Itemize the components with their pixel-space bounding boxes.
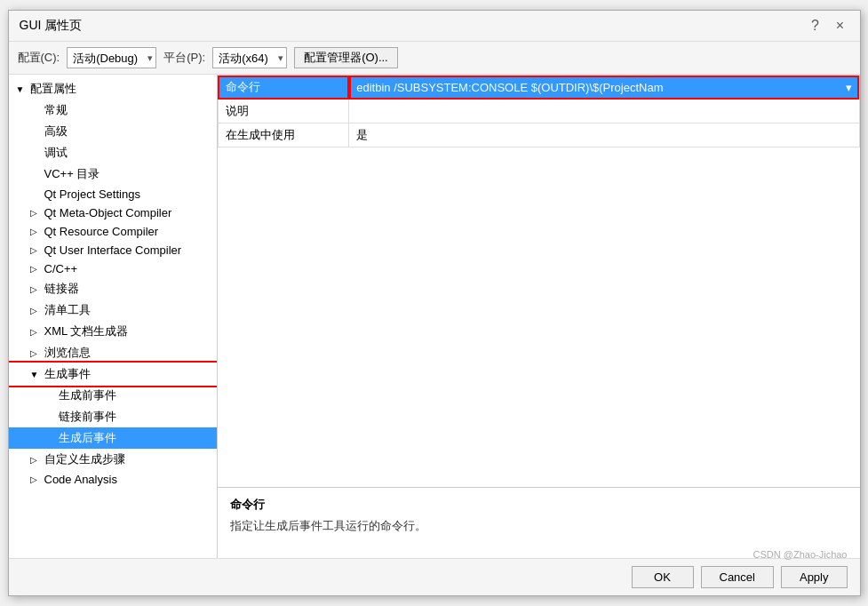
help-button[interactable]: ?	[807, 18, 824, 34]
expand-icon-pei-zhi-shu-xing: ▼	[16, 84, 27, 94]
platform-select[interactable]: 活动(x64)	[212, 47, 287, 68]
prop-value-2: 是	[349, 124, 859, 148]
tree-item-pre-build[interactable]: 生成前事件	[9, 385, 217, 406]
prop-value-1	[349, 100, 859, 124]
main-content: ▼配置属性常规高级调试VC++ 目录Qt Project Settings▷Qt…	[9, 75, 860, 558]
tree-label-pre-link: 链接前事件	[59, 409, 116, 425]
tree-item-post-build[interactable]: 生成后事件	[9, 427, 217, 449]
close-button[interactable]: ×	[832, 18, 849, 34]
tree-label-custom-build: 自定义生成步骤	[44, 451, 125, 467]
props-table: 命令行editbin /SUBSYSTEM:CONSOLE $(OUTDIR)\…	[218, 75, 860, 148]
right-panel: 命令行editbin /SUBSYSTEM:CONSOLE $(OUTDIR)\…	[218, 75, 860, 558]
title-bar: GUI 属性页 ? ×	[9, 11, 860, 42]
table-row-0[interactable]: 命令行editbin /SUBSYSTEM:CONSOLE $(OUTDIR)\…	[218, 76, 859, 100]
tree-label-code-analysis: Code Analysis	[44, 473, 117, 486]
tree-item-qing-dan[interactable]: ▷清单工具	[9, 299, 217, 321]
tree-label-pei-zhi-shu-xing: 配置属性	[30, 81, 76, 97]
tree-label-qt-meta: Qt Meta-Object Compiler	[44, 206, 172, 219]
tree-item-code-analysis[interactable]: ▷Code Analysis	[9, 470, 217, 489]
expand-icon-custom-build: ▷	[30, 455, 41, 465]
tree-label-qt-project: Qt Project Settings	[44, 187, 140, 201]
cancel-button[interactable]: Cancel	[701, 566, 774, 588]
tree-item-qt-resource[interactable]: ▷Qt Resource Compiler	[9, 222, 217, 241]
tree-item-qt-ui[interactable]: ▷Qt User Interface Compiler	[9, 241, 217, 259]
tree-label-lian-jie: 链接器	[44, 281, 79, 297]
tree-label-cpp: C/C++	[44, 262, 78, 275]
tree-label-diao-shi: 调试	[44, 145, 68, 161]
expand-icon-qing-dan: ▷	[30, 306, 41, 315]
prop-name-2: 在生成中使用	[218, 124, 349, 148]
ok-button[interactable]: OK	[632, 566, 694, 588]
bottom-bar: OK Cancel Apply	[9, 558, 860, 595]
tree-label-gao-ji: 高级	[44, 124, 68, 140]
tree-label-qt-ui: Qt User Interface Compiler	[44, 243, 182, 257]
tree-item-build-events[interactable]: ▼生成事件	[9, 363, 217, 385]
tree-item-qt-meta[interactable]: ▷Qt Meta-Object Compiler	[9, 203, 217, 222]
tree-item-chang-gui[interactable]: 常规	[9, 100, 217, 121]
table-row-2[interactable]: 在生成中使用是	[218, 124, 859, 148]
config-row: 配置(C): 活动(Debug) 平台(P): 活动(x64) 配置管理器(O)…	[9, 42, 860, 75]
config-label: 配置(C):	[18, 50, 60, 66]
config-select-wrapper: 活动(Debug)	[67, 47, 156, 68]
dialog-title: GUI 属性页	[20, 18, 83, 34]
expand-icon-build-events: ▼	[30, 370, 41, 379]
tree-label-vc-dir: VC++ 目录	[44, 166, 100, 182]
tree-label-chang-gui: 常规	[44, 102, 68, 118]
title-bar-controls: ? ×	[807, 18, 849, 34]
props-table-container: 命令行editbin /SUBSYSTEM:CONSOLE $(OUTDIR)\…	[218, 75, 860, 487]
apply-button[interactable]: Apply	[781, 566, 848, 588]
expand-icon-qt-ui: ▷	[30, 245, 41, 255]
desc-text: 指定让生成后事件工具运行的命令行。	[230, 518, 848, 534]
tree-label-pre-build: 生成前事件	[59, 387, 116, 403]
tree-item-custom-build[interactable]: ▷自定义生成步骤	[9, 449, 217, 470]
watermark: CSDN @Zhao-Jichao	[753, 549, 848, 560]
tree-label-xml-doc: XML 文档生成器	[44, 323, 129, 339]
tree-label-qt-resource: Qt Resource Compiler	[44, 225, 159, 238]
tree-label-post-build: 生成后事件	[59, 430, 116, 446]
prop-name-0: 命令行	[218, 76, 349, 100]
platform-label: 平台(P):	[163, 50, 205, 66]
desc-title: 命令行	[230, 497, 848, 513]
expand-icon-xml-doc: ▷	[30, 327, 41, 337]
tree-item-qt-project[interactable]: Qt Project Settings	[9, 185, 217, 203]
expand-icon-lian-jie: ▷	[30, 284, 41, 294]
config-select[interactable]: 活动(Debug)	[67, 47, 156, 68]
tree-item-vc-dir[interactable]: VC++ 目录	[9, 163, 217, 185]
expand-icon-browser: ▷	[30, 348, 41, 358]
description-box: 命令行 指定让生成后事件工具运行的命令行。	[218, 487, 860, 558]
tree-label-qing-dan: 清单工具	[44, 302, 91, 318]
tree-item-browser[interactable]: ▷浏览信息	[9, 342, 217, 363]
tree-label-browser: 浏览信息	[44, 345, 91, 361]
expand-icon-qt-meta: ▷	[30, 208, 41, 218]
tree-label-build-events: 生成事件	[44, 366, 91, 382]
tree-item-cpp[interactable]: ▷C/C++	[9, 259, 217, 278]
tree-item-lian-jie[interactable]: ▷链接器	[9, 278, 217, 299]
tree-item-pei-zhi-shu-xing[interactable]: ▼配置属性	[9, 78, 217, 100]
tree-panel: ▼配置属性常规高级调试VC++ 目录Qt Project Settings▷Qt…	[9, 75, 218, 558]
platform-select-wrapper: 活动(x64)	[212, 47, 287, 68]
prop-name-1: 说明	[218, 100, 349, 124]
expand-icon-code-analysis: ▷	[30, 474, 41, 484]
dialog: GUI 属性页 ? × 配置(C): 活动(Debug) 平台(P): 活动(x…	[8, 10, 861, 596]
prop-value-0: editbin /SUBSYSTEM:CONSOLE $(OUTDIR)\$(P…	[349, 76, 859, 100]
tree-item-pre-link[interactable]: 链接前事件	[9, 406, 217, 427]
table-row-1[interactable]: 说明	[218, 100, 859, 124]
tree-item-diao-shi[interactable]: 调试	[9, 142, 217, 163]
tree-item-gao-ji[interactable]: 高级	[9, 121, 217, 142]
expand-icon-cpp: ▷	[30, 264, 41, 274]
expand-icon-qt-resource: ▷	[30, 227, 41, 236]
manager-button[interactable]: 配置管理器(O)...	[294, 47, 398, 68]
tree-item-xml-doc[interactable]: ▷XML 文档生成器	[9, 321, 217, 342]
